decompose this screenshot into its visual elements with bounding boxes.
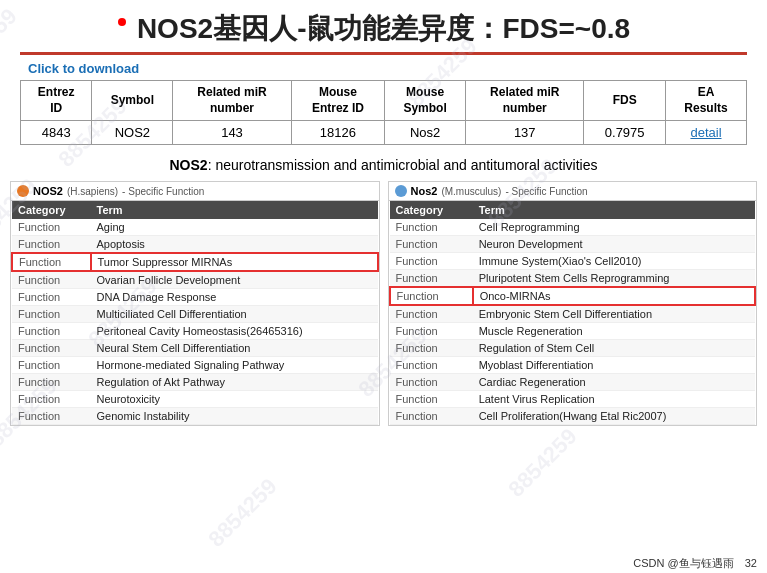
cell-cat: Function [390, 219, 473, 236]
cell-term: Onco-MIRNAs [473, 287, 755, 305]
list-item: FunctionCell Reprogramming [390, 219, 756, 236]
cell-cat: Function [390, 357, 473, 374]
cell-mouse-entrez: 18126 [291, 121, 384, 145]
left-panel-subtitle: - Specific Function [122, 186, 204, 197]
cell-fds: 0.7975 [584, 121, 666, 145]
left-panel-header-row: Category Term [12, 201, 378, 219]
detail-link[interactable]: detail [690, 125, 721, 140]
th-related-mir: Related miRnumber [173, 81, 291, 121]
cell-term: Hormone-mediated Signaling Pathway [91, 357, 378, 374]
cell-term: Latent Virus Replication [473, 391, 755, 408]
cell-cat: Function [12, 408, 91, 425]
cell-term: Regulation of Stem Cell [473, 340, 755, 357]
th-entrez-id: EntrezID [21, 81, 92, 121]
list-item-highlight: FunctionTumor Suppressor MIRNAs [12, 253, 378, 271]
cell-term: Regulation of Akt Pathway [91, 374, 378, 391]
list-item: FunctionMuscle Regeneration [390, 323, 756, 340]
desc-gene: NOS2 [170, 157, 208, 173]
cell-term: Cell Proliferation(Hwang Etal Ric2007) [473, 408, 755, 425]
cell-cat: Function [12, 271, 91, 289]
title-dot [118, 18, 126, 26]
list-item: FunctionNeuron Development [390, 236, 756, 253]
cell-cat: Function [12, 236, 91, 254]
right-panel-species: (M.musculus) [441, 186, 501, 197]
main-table: EntrezID Symbol Related miRnumber MouseE… [20, 80, 747, 145]
cell-cat: Function [390, 340, 473, 357]
cell-related-mir: 143 [173, 121, 291, 145]
cell-term: Neuron Development [473, 236, 755, 253]
list-item: FunctionCell Proliferation(Hwang Etal Ri… [390, 408, 756, 425]
cell-cat: Function [390, 270, 473, 288]
footer-page: 32 [745, 557, 757, 569]
right-panel-title: Nos2 [411, 185, 438, 197]
cell-cat: Function [390, 374, 473, 391]
list-item: FunctionImmune System(Xiao's Cell2010) [390, 253, 756, 270]
right-panel-header-row: Category Term [390, 201, 756, 219]
left-panel-species: (H.sapiens) [67, 186, 118, 197]
cell-cat: Function [12, 323, 91, 340]
watermark-9: 8854259 [503, 424, 582, 503]
cell-cat: Function [12, 374, 91, 391]
right-panel-header: Nos2 (M.musculus) - Specific Function [389, 182, 757, 201]
th-mouse-entrez: MouseEntrez ID [291, 81, 384, 121]
right-panel-table: Category Term FunctionCell Reprogramming… [389, 201, 757, 425]
list-item: FunctionAging [12, 219, 378, 236]
cell-term: Neural Stem Cell Differentiation [91, 340, 378, 357]
right-col-term: Term [473, 201, 755, 219]
list-item: FunctionMulticiliated Cell Differentiati… [12, 306, 378, 323]
list-item: FunctionEmbryonic Stem Cell Differentiat… [390, 305, 756, 323]
cell-term: DNA Damage Response [91, 289, 378, 306]
list-item: FunctionCardiac Regeneration [390, 374, 756, 391]
download-section: Click to download [0, 55, 767, 80]
cell-cat: Function [390, 391, 473, 408]
main-table-wrapper: EntrezID Symbol Related miRnumber MouseE… [0, 80, 767, 145]
cell-cat: Function [12, 306, 91, 323]
cell-term: Apoptosis [91, 236, 378, 254]
left-col-term: Term [91, 201, 378, 219]
left-panel: NOS2 (H.sapiens) - Specific Function Cat… [10, 181, 380, 426]
list-item: FunctionApoptosis [12, 236, 378, 254]
list-item: FunctionNeural Stem Cell Differentiation [12, 340, 378, 357]
page-container: 8854259 8854259 8854259 8854259 8854259 … [0, 0, 767, 573]
cell-cat: Function [390, 287, 473, 305]
table-header-row: EntrezID Symbol Related miRnumber MouseE… [21, 81, 747, 121]
list-item: FunctionPluripotent Stem Cells Reprogram… [390, 270, 756, 288]
cell-cat: Function [390, 236, 473, 253]
list-item: FunctionOvarian Follicle Development [12, 271, 378, 289]
cell-mouse-symbol: Nos2 [385, 121, 466, 145]
cell-cat: Function [390, 408, 473, 425]
cell-cat: Function [12, 340, 91, 357]
th-fds: FDS [584, 81, 666, 121]
cell-cat: Function [12, 253, 91, 271]
list-item: FunctionMyoblast Differentiation [390, 357, 756, 374]
right-panel-icon [395, 185, 407, 197]
cell-term: Tumor Suppressor MIRNAs [91, 253, 378, 271]
list-item: FunctionRegulation of Stem Cell [390, 340, 756, 357]
panels-row: NOS2 (H.sapiens) - Specific Function Cat… [0, 181, 767, 426]
left-panel-title: NOS2 [33, 185, 63, 197]
footer-bar: CSDN @鱼与钰遇雨 32 [623, 554, 767, 573]
description: NOS2: neurotransmission and antimicrobia… [0, 151, 767, 181]
th-related-mir2: Related miRnumber [466, 81, 584, 121]
right-panel: Nos2 (M.musculus) - Specific Function Ca… [388, 181, 758, 426]
cell-term: Genomic Instability [91, 408, 378, 425]
list-item: FunctionPeritoneal Cavity Homeostasis(26… [12, 323, 378, 340]
cell-term: Neurotoxicity [91, 391, 378, 408]
cell-term: Pluripotent Stem Cells Reprogramming [473, 270, 755, 288]
download-link[interactable]: Click to download [28, 61, 139, 76]
cell-cat: Function [390, 253, 473, 270]
cell-term: Multiciliated Cell Differentiation [91, 306, 378, 323]
watermark-10: 8854259 [203, 474, 282, 553]
cell-term: Cardiac Regeneration [473, 374, 755, 391]
th-mouse-symbol: MouseSymbol [385, 81, 466, 121]
footer-source: CSDN @鱼与钰遇雨 [633, 557, 733, 569]
cell-entrez-id: 4843 [21, 121, 92, 145]
cell-cat: Function [12, 219, 91, 236]
right-panel-subtitle: - Specific Function [505, 186, 587, 197]
list-item: FunctionRegulation of Akt Pathway [12, 374, 378, 391]
list-item: FunctionLatent Virus Replication [390, 391, 756, 408]
cell-cat: Function [390, 323, 473, 340]
cell-term: Embryonic Stem Cell Differentiation [473, 305, 755, 323]
cell-term: Muscle Regeneration [473, 323, 755, 340]
th-symbol: Symbol [92, 81, 173, 121]
